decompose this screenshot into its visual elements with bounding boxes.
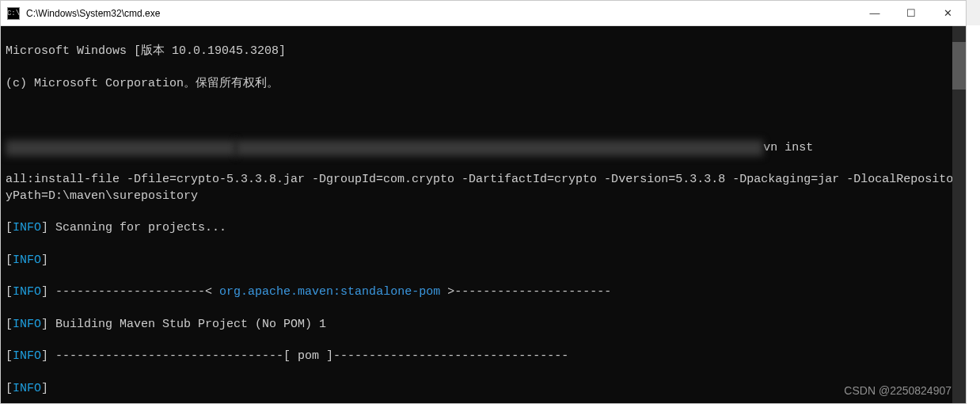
minimize-button[interactable]: — [857, 1, 893, 25]
copyright-line: (c) Microsoft Corporation。保留所有权利。 [6, 76, 961, 92]
close-button[interactable]: ✕ [929, 1, 966, 25]
info-pom: [INFO] --------------------------------[… [6, 349, 961, 364]
cmd-icon: C:\ [7, 7, 20, 20]
window-controls: — ☐ ✕ [857, 1, 966, 25]
version-line: Microsoft Windows [版本 10.0.19045.3208] [6, 44, 961, 59]
scrollbar[interactable] [952, 26, 966, 403]
info-blank: [INFO] [6, 253, 961, 269]
command-line: E:\IdeaProjects\xn_ty_joi\04代码\xxxxxxxxx… [6, 140, 961, 156]
side-margin [967, 25, 980, 404]
cmd-window: C:\ C:\Windows\System32\cmd.exe — ☐ ✕ Mi… [0, 0, 967, 404]
scrollbar-thumb[interactable] [952, 42, 966, 90]
command-line-2: all:install-file -Dfile=crypto-5.3.3.8.j… [6, 172, 961, 204]
info-blank-2: [INFO] [6, 381, 961, 397]
info-building: [INFO] Building Maven Stub Project (No P… [6, 317, 961, 333]
titlebar[interactable]: C:\ C:\Windows\System32\cmd.exe — ☐ ✕ [1, 1, 966, 26]
info-scanning: [INFO] Scanning for projects... [6, 220, 961, 236]
maximize-button[interactable]: ☐ [893, 1, 929, 25]
terminal-output[interactable]: Microsoft Windows [版本 10.0.19045.3208] (… [1, 26, 966, 403]
window-title: C:\Windows\System32\cmd.exe [26, 8, 857, 19]
info-project-header: [INFO] ---------------------< org.apache… [6, 284, 961, 300]
